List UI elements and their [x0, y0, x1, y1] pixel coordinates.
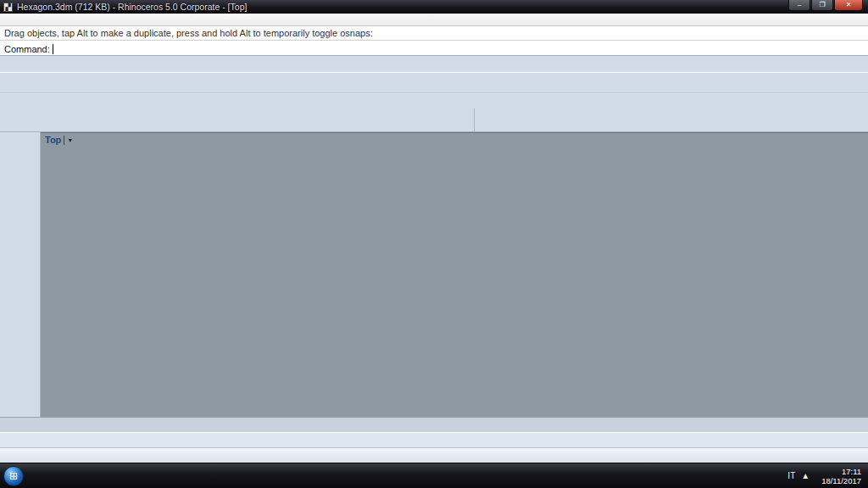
restore-button[interactable]: ❐: [811, 0, 833, 11]
minimize-button[interactable]: –: [788, 0, 810, 11]
toolbar-tabs-row: [0, 93, 868, 108]
windows-taskbar: ⊞ IT ▲ 17:11 18/11/2017: [0, 463, 868, 488]
status-bar: [0, 447, 868, 463]
viewport-canvas[interactable]: [41, 133, 868, 418]
viewport-title-menu[interactable]: Top ▼: [45, 135, 73, 145]
chevron-down-icon: ▼: [67, 137, 73, 143]
viewport-top[interactable]: Top ▼: [41, 132, 868, 417]
command-history: Drag objects, tap Alt to make a duplicat…: [0, 26, 868, 41]
tray-time: 17:11: [821, 467, 861, 476]
window-titlebar: ▞ Hexagon.3dm (712 KB) - Rhinoceros 5.0 …: [0, 0, 868, 14]
system-tray: IT ▲ 17:11 18/11/2017: [787, 467, 865, 485]
rhino-app-icon: ▞: [3, 3, 13, 12]
panel-mini-toolbar: [0, 73, 868, 93]
viewport-tabs: [0, 417, 868, 432]
start-button[interactable]: ⊞: [3, 466, 24, 486]
tool-sidebar: [0, 132, 41, 417]
divider: [64, 136, 64, 145]
language-indicator[interactable]: IT: [787, 471, 795, 480]
viewport-label: Top: [45, 135, 61, 145]
main-area: Top ▼: [0, 132, 868, 417]
vray-panel-tabs: [0, 56, 868, 73]
window-controls: – ❐ ✕: [787, 0, 863, 11]
command-input[interactable]: Command:: [0, 41, 868, 56]
osnap-bar: [0, 432, 868, 447]
tray-date: 18/11/2017: [821, 476, 861, 485]
vray-toolbar-icons: [474, 108, 865, 132]
tray-expand-icon[interactable]: ▲: [801, 471, 810, 480]
windows-logo-icon: ⊞: [9, 470, 18, 482]
standard-toolbar: [0, 108, 868, 132]
menu-bar: [0, 14, 868, 26]
rhino-application-window: { "window": { "title": "Hexagon.3dm (712…: [0, 0, 868, 488]
clock[interactable]: 17:11 18/11/2017: [821, 467, 861, 485]
close-button[interactable]: ✕: [834, 0, 863, 11]
text-caret: [53, 44, 53, 54]
command-prompt: Command:: [4, 44, 50, 54]
window-title: Hexagon.3dm (712 KB) - Rhinoceros 5.0 Co…: [17, 2, 247, 12]
